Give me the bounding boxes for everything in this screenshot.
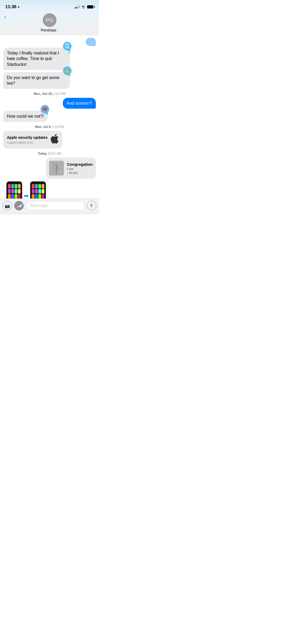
message-text: How could we not?! (7, 114, 44, 118)
tapback-haha: HAHA (63, 42, 72, 50)
location-icon: ➤ (17, 5, 20, 9)
timestamp: Today 10:51 AM (3, 152, 96, 155)
phone-transfer-row: ➡ (6, 181, 93, 199)
message-text: Today I finally realized that I hate cof… (7, 51, 59, 67)
song-title: Congregation (67, 162, 93, 167)
svg-line-4 (53, 167, 56, 169)
input-bar: 📷 𝒜 iMessage 🎙 (0, 199, 99, 213)
message-text: And scones?! (67, 101, 92, 105)
contact-name-text: Penelope (41, 28, 56, 32)
battery-icon (87, 5, 94, 8)
table-row: Congregation Low ♪ MUSIC (3, 158, 96, 179)
table-row: 👍 Do you want to go get some tea? (3, 72, 96, 89)
artist-name: Low (67, 167, 93, 171)
nav-header: ‹ PG Penelope › (0, 12, 99, 35)
back-button[interactable]: ‹ (4, 14, 6, 21)
table-row: And scones?! (3, 98, 96, 109)
contact-avatar[interactable]: PG (43, 13, 56, 27)
music-service-label: ♪ MUSIC (67, 171, 93, 174)
mic-button[interactable]: 🎙 (87, 201, 96, 210)
svg-line-5 (56, 168, 60, 171)
partial-outgoing-bubble: … (3, 38, 96, 46)
apple-music-note-icon: ♪ (67, 171, 69, 174)
appstore-icon: 𝒜 (17, 203, 21, 209)
album-art (49, 161, 64, 176)
camera-icon: 📷 (5, 203, 10, 208)
status-time: 11:36 (5, 4, 16, 10)
status-icons (75, 5, 94, 8)
app-store-button[interactable]: 𝒜 (14, 201, 24, 210)
table-row: Apple security updates support.apple.com (3, 131, 96, 149)
camera-button[interactable]: 📷 (3, 201, 12, 210)
svg-line-2 (54, 164, 56, 167)
timestamp: Mon, Jul 9, 1:14 PM (3, 125, 96, 129)
link-title: Apple security updates (7, 135, 48, 140)
wifi-icon (81, 5, 86, 8)
input-placeholder: iMessage (30, 203, 48, 208)
table-row: HAHA Today I finally realized that I hat… (3, 48, 96, 70)
table-row: ❤️ How could we not?! (3, 111, 96, 122)
tapback-heart: ❤️ (41, 105, 49, 113)
source-phone-image (6, 181, 22, 199)
link-preview-bubble[interactable]: Apple security updates support.apple.com (3, 131, 62, 149)
app-dock: A Pay 🐵 ♪ (0, 213, 99, 215)
chevron-right-icon: › (57, 28, 58, 32)
imessage-input[interactable]: iMessage (26, 201, 85, 210)
timestamp: Mon, Jun 25, 2:01 PM (3, 92, 96, 96)
svg-line-3 (56, 165, 59, 168)
mic-icon: 🎙 (89, 203, 94, 208)
contact-name-row[interactable]: Penelope › (41, 28, 58, 32)
music-card-bubble[interactable]: Congregation Low ♪ MUSIC (46, 158, 96, 179)
status-bar: 11:36 ➤ (0, 0, 99, 12)
tapback-thumbsup: 👍 (63, 66, 72, 75)
signal-bars (75, 5, 79, 8)
apple-logo-icon (51, 134, 59, 145)
message-text: Do you want to go get some tea? (7, 75, 59, 86)
transfer-arrow-icon: ➡ (24, 192, 29, 199)
messages-area: … HAHA Today I finally realized that I h… (0, 35, 99, 199)
link-domain: support.apple.com (7, 141, 48, 144)
destination-phone-image (30, 181, 46, 199)
